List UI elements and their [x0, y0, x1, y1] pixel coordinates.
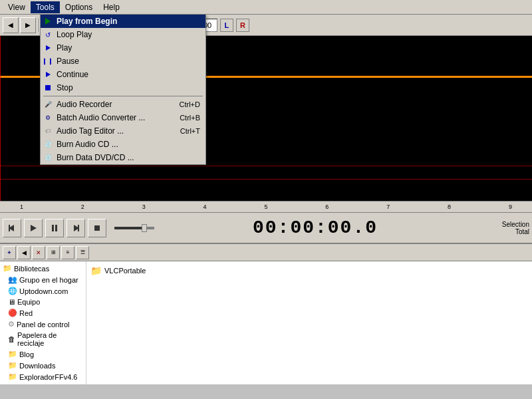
- menu-stop[interactable]: Stop: [41, 81, 205, 94]
- loop-play-icon: ↺: [43, 30, 53, 39]
- tree-item-explorador[interactable]: 📁 ExploradorFFv4.6: [1, 371, 84, 382]
- ruler-mark-3: 3: [142, 203, 146, 210]
- menu-play[interactable]: Play: [41, 41, 205, 55]
- menu-audio-tag[interactable]: 🏷 Audio Tag Editor ... Ctrl+T: [41, 124, 205, 138]
- fb-delete-btn[interactable]: ✕: [32, 246, 45, 259]
- skip-end-icon: [71, 223, 80, 233]
- tree-item-blog[interactable]: 📁 Blog: [1, 348, 84, 360]
- stop-btn-icon: [92, 223, 102, 233]
- menu-batch-audio[interactable]: ⚙ Batch Audio Converter ... Ctrl+B: [41, 111, 205, 124]
- menu-burn-cd[interactable]: 💿 Burn Audio CD ...: [41, 138, 205, 151]
- pause-btn[interactable]: [45, 219, 64, 237]
- menu-help[interactable]: Help: [98, 1, 125, 13]
- menu-pause[interactable]: ❙❙ Pause: [41, 55, 205, 68]
- ruler-mark-6: 6: [325, 203, 329, 210]
- menu-bar: View Tools Options Help: [0, 0, 532, 15]
- batch-audio-icon: ⚙: [43, 113, 53, 122]
- selection-label: Selection: [476, 221, 529, 228]
- folder-icon-vlc: 📁: [90, 265, 102, 276]
- file-list: 📁 VLCPortable: [86, 261, 532, 384]
- tree-item-downloads[interactable]: 📁 Downloads: [1, 360, 84, 371]
- ruler-mark-5: 5: [264, 203, 267, 210]
- folder-icon-explorador: 📁: [8, 372, 17, 381]
- skip-start-icon: [7, 223, 17, 233]
- waveform-red-line-2: [0, 179, 532, 180]
- svg-marker-2: [31, 225, 37, 231]
- control-panel-icon: ⚙: [8, 320, 15, 329]
- skip-start-btn[interactable]: [3, 219, 21, 237]
- folder-icon-bibliotecas: 📁: [3, 264, 12, 273]
- tree-item-iconos[interactable]: 📁 iconos: [1, 382, 84, 384]
- play-from-begin-icon: [43, 17, 53, 26]
- svg-rect-4: [55, 225, 57, 231]
- total-label: Total: [476, 228, 529, 235]
- r-button[interactable]: R: [236, 19, 249, 32]
- toolbar-forward-btn[interactable]: ▶: [20, 17, 36, 33]
- skip-end-btn[interactable]: [66, 219, 85, 237]
- selection-info: Selection Total: [476, 221, 529, 235]
- menu-audio-recorder[interactable]: 🎤 Audio Recorder Ctrl+D: [41, 98, 205, 111]
- fb-details-btn[interactable]: ☰: [76, 246, 89, 259]
- ruler-mark-2: 2: [81, 203, 84, 210]
- svg-rect-6: [78, 225, 79, 231]
- red-icon: 🔴: [8, 309, 17, 317]
- l-button[interactable]: L: [220, 19, 233, 32]
- waveform-red-line-1: [0, 166, 532, 166]
- fb-add-btn[interactable]: +: [3, 246, 16, 259]
- play-btn-icon: [29, 223, 38, 233]
- menu-loop-play[interactable]: ↺ Loop Play: [41, 28, 205, 41]
- stop-icon: [43, 83, 53, 92]
- tools-dropdown: Play from Begin ↺ Loop Play Play ❙❙ Paus…: [40, 15, 206, 165]
- burn-cd-icon: 💿: [43, 140, 53, 149]
- group-icon: 👥: [8, 275, 17, 284]
- fb-back-btn[interactable]: ◀: [17, 246, 31, 259]
- audio-recorder-icon: 🎤: [43, 100, 53, 109]
- folder-icon-iconos: 📁: [8, 384, 17, 384]
- network-icon: 🌐: [8, 287, 17, 295]
- ruler-marks: 1 2 3 4 5 6 7 8 9: [13, 203, 519, 210]
- file-browser-content: 📁 Bibliotecas 👥 Grupo en el hogar 🌐 Upto…: [0, 261, 532, 384]
- time-display: 00:00:00.0: [157, 217, 473, 238]
- recycle-icon: 🗑: [8, 335, 15, 343]
- transport-bar: 00:00:00.0 Selection Total: [0, 213, 532, 243]
- menu-view[interactable]: View: [3, 1, 31, 13]
- menu-continue[interactable]: Continue: [41, 68, 205, 81]
- tree-item-panel[interactable]: ⚙ Panel de control: [1, 319, 84, 330]
- continue-icon: [43, 70, 53, 79]
- fb-grid-btn[interactable]: ⊞: [47, 246, 60, 259]
- ruler-mark-1: 1: [20, 203, 23, 210]
- svg-rect-7: [94, 225, 100, 231]
- folder-icon-downloads: 📁: [8, 361, 17, 370]
- play-btn[interactable]: [24, 219, 43, 237]
- svg-rect-3: [52, 225, 54, 231]
- tree-item-red[interactable]: 🔴 Red: [1, 307, 84, 319]
- menu-tools[interactable]: Tools: [31, 1, 60, 13]
- ruler-mark-4: 4: [203, 203, 207, 210]
- tree-item-bibliotecas[interactable]: 📁 Bibliotecas: [1, 263, 84, 274]
- stop-btn[interactable]: [88, 219, 106, 237]
- pause-icon: ❙❙: [43, 57, 53, 66]
- tree-item-equipo[interactable]: 🖥 Equipo: [1, 297, 84, 307]
- volume-knob[interactable]: [142, 224, 147, 232]
- file-browser: + ◀ ✕ ⊞ ≡ ☰ 📁 Bibliotecas 👥 Grupo en el …: [0, 243, 532, 384]
- menu-separator-1: [43, 96, 203, 96]
- tree-item-papelera[interactable]: 🗑 Papelera de reciclaje: [1, 330, 84, 348]
- file-browser-toolbar: + ◀ ✕ ⊞ ≡ ☰: [0, 244, 532, 261]
- tree-item-uptodown[interactable]: 🌐 Uptodown.com: [1, 285, 84, 297]
- menu-options[interactable]: Options: [60, 1, 98, 13]
- tree-item-grupo-hogar[interactable]: 👥 Grupo en el hogar: [1, 274, 84, 285]
- menu-burn-dvd[interactable]: 💿 Burn Data DVD/CD ...: [41, 151, 205, 164]
- computer-icon: 🖥: [8, 298, 15, 306]
- ruler-mark-8: 8: [448, 203, 451, 210]
- play-icon: [43, 43, 53, 53]
- file-item-vlcportable[interactable]: 📁 VLCPortable: [89, 264, 529, 277]
- ruler-mark-7: 7: [386, 203, 390, 210]
- ruler: 1 2 3 4 5 6 7 8 9: [0, 201, 532, 213]
- menu-play-from-begin[interactable]: Play from Begin: [41, 15, 205, 28]
- toolbar-back-btn[interactable]: ◀: [3, 17, 19, 33]
- waveform-cursor: [0, 36, 1, 201]
- volume-slider[interactable]: [114, 227, 154, 229]
- file-tree: 📁 Bibliotecas 👥 Grupo en el hogar 🌐 Upto…: [0, 261, 86, 384]
- svg-rect-1: [9, 225, 10, 231]
- fb-list-btn[interactable]: ≡: [61, 246, 74, 259]
